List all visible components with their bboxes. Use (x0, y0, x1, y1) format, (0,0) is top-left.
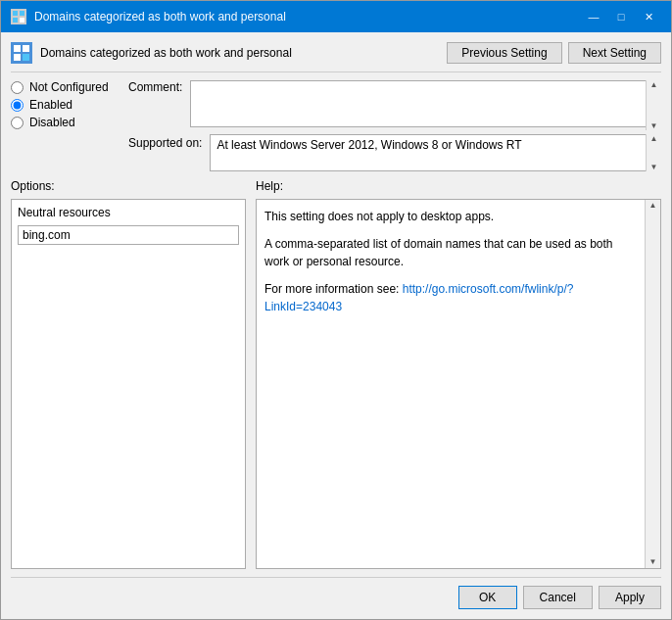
supported-row: Supported on: At least Windows Server 20… (128, 134, 661, 171)
top-section: Not Configured Enabled Disabled Comment: (11, 80, 661, 171)
svg-rect-3 (20, 18, 24, 23)
svg-rect-4 (14, 45, 21, 52)
header-left: Domains categorized as both work and per… (11, 42, 292, 64)
help-pane: Help: This setting does not apply to des… (256, 179, 661, 569)
help-line3-text: For more information see: (264, 282, 403, 296)
header-title: Domains categorized as both work and per… (40, 46, 292, 60)
scroll-up-arrow: ▲ (650, 80, 658, 89)
dialog-header: Domains categorized as both work and per… (11, 42, 661, 72)
options-help-section: Options: Neutral resources Help: This se… (11, 179, 661, 569)
help-line1: This setting does not apply to desktop a… (264, 208, 637, 225)
title-bar-text: Domains categorized as both work and per… (34, 10, 286, 24)
minimize-button[interactable]: — (581, 7, 606, 26)
cancel-button[interactable]: Cancel (523, 586, 593, 609)
ok-button[interactable]: OK (458, 586, 517, 609)
window-icon (11, 9, 26, 24)
dialog-content: Domains categorized as both work and per… (1, 32, 671, 619)
help-box: This setting does not apply to desktop a… (256, 199, 661, 569)
scroll-down-arrow: ▼ (650, 121, 658, 130)
radio-section: Not Configured Enabled Disabled (11, 80, 119, 171)
options-title: Options: (11, 179, 246, 193)
policy-icon (11, 42, 32, 64)
options-box: Neutral resources (11, 199, 246, 569)
close-button[interactable]: ✕ (636, 7, 661, 26)
svg-rect-2 (13, 18, 18, 23)
neutral-resources-input[interactable] (18, 225, 239, 245)
comment-supported-section: Comment: ▲ ▼ Supported on: At least Wind… (128, 80, 661, 171)
supported-scroll-down: ▼ (650, 163, 658, 171)
not-configured-radio[interactable] (11, 81, 24, 94)
header-buttons: Previous Setting Next Setting (447, 42, 661, 64)
svg-rect-5 (23, 45, 29, 52)
help-title: Help: (256, 179, 661, 193)
svg-rect-6 (14, 54, 21, 61)
dialog-footer: OK Cancel Apply (11, 577, 661, 609)
enabled-option[interactable]: Enabled (11, 98, 119, 112)
help-scrollbar: ▲ ▼ (645, 200, 660, 568)
supported-label: Supported on: (128, 134, 202, 150)
apply-button[interactable]: Apply (599, 586, 661, 609)
title-bar: Domains categorized as both work and per… (1, 1, 671, 32)
not-configured-option[interactable]: Not Configured (11, 80, 119, 94)
main-window: Domains categorized as both work and per… (0, 0, 672, 620)
options-pane: Options: Neutral resources (11, 179, 246, 569)
supported-scroll-up: ▲ (650, 134, 658, 143)
neutral-resources-label: Neutral resources (18, 206, 239, 219)
disabled-option[interactable]: Disabled (11, 116, 119, 129)
help-scroll-up: ▲ (649, 200, 657, 212)
help-line2: A comma-separated list of domain names t… (264, 235, 637, 270)
supported-value: At least Windows Server 2012, Windows 8 … (216, 138, 521, 152)
title-bar-left: Domains categorized as both work and per… (11, 9, 286, 24)
comment-scrollbar: ▲ ▼ (646, 80, 661, 130)
help-scroll-down: ▼ (649, 556, 657, 568)
prev-setting-button[interactable]: Previous Setting (447, 42, 561, 64)
disabled-radio[interactable] (11, 117, 24, 129)
supported-value-box: At least Windows Server 2012, Windows 8 … (210, 134, 661, 171)
comment-textarea[interactable] (190, 80, 661, 127)
svg-rect-0 (13, 11, 18, 16)
supported-scrollbar: ▲ ▼ (646, 134, 661, 171)
help-line3: For more information see: http://go.micr… (264, 280, 637, 315)
title-bar-controls: — □ ✕ (581, 7, 661, 26)
svg-rect-1 (20, 11, 24, 16)
maximize-button[interactable]: □ (608, 7, 634, 26)
enabled-radio[interactable] (11, 99, 24, 112)
next-setting-button[interactable]: Next Setting (568, 42, 661, 64)
comment-label: Comment: (128, 80, 182, 94)
svg-rect-7 (23, 54, 29, 61)
